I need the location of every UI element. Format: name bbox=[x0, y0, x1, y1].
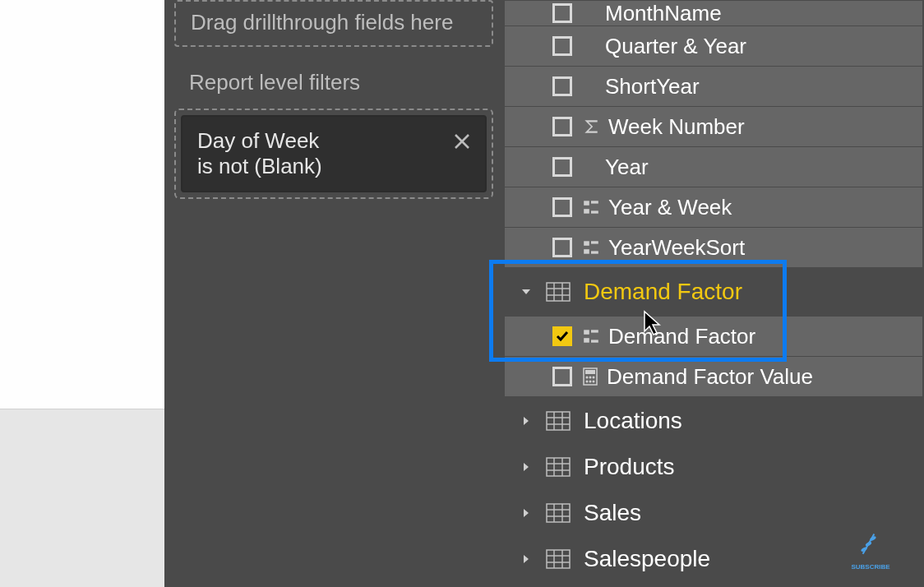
svg-point-23 bbox=[593, 377, 595, 379]
checkbox-icon[interactable] bbox=[552, 326, 572, 346]
checkbox-icon[interactable] bbox=[552, 36, 572, 56]
checkbox-icon[interactable] bbox=[552, 117, 572, 136]
svg-rect-27 bbox=[547, 412, 570, 430]
expand-icon[interactable] bbox=[520, 554, 533, 564]
field-row-shortyear[interactable]: ShortYear bbox=[505, 67, 922, 106]
checkbox-icon[interactable] bbox=[552, 157, 572, 177]
svg-rect-8 bbox=[584, 249, 589, 254]
report-canvas[interactable] bbox=[0, 0, 164, 409]
table-demand-factor[interactable]: Demand Factor bbox=[505, 270, 922, 313]
table-label: Demand Factor bbox=[584, 279, 742, 305]
svg-rect-15 bbox=[584, 330, 589, 335]
field-row-year-week[interactable]: Year & Week bbox=[505, 187, 922, 227]
filters-pane: Drag drillthrough fields here Report lev… bbox=[164, 0, 503, 587]
field-row-week-number[interactable]: Week Number bbox=[505, 107, 922, 146]
filter-condition: is not (Blank) bbox=[197, 154, 470, 179]
field-row-monthname[interactable]: MonthName bbox=[505, 1, 922, 25]
table-salespeople[interactable]: Salespeople bbox=[505, 538, 922, 580]
canvas-scroll-area bbox=[0, 409, 164, 587]
checkbox-icon[interactable] bbox=[552, 3, 572, 23]
checkbox-icon[interactable] bbox=[552, 197, 572, 217]
table-locations[interactable]: Locations bbox=[505, 400, 922, 442]
field-label: Demand Factor Value bbox=[607, 364, 813, 390]
svg-rect-4 bbox=[584, 209, 589, 214]
field-label: Demand Factor bbox=[608, 324, 755, 349]
svg-rect-20 bbox=[585, 370, 595, 374]
svg-rect-7 bbox=[591, 241, 598, 243]
table-label: Products bbox=[584, 454, 675, 480]
table-label: Salespeople bbox=[584, 546, 710, 572]
svg-point-24 bbox=[586, 381, 589, 383]
field-label: MonthName bbox=[605, 1, 722, 26]
checkbox-icon[interactable] bbox=[552, 367, 572, 386]
svg-rect-9 bbox=[591, 251, 598, 253]
field-row-year[interactable]: Year bbox=[505, 147, 922, 187]
drillthrough-dropzone[interactable]: Drag drillthrough fields here bbox=[174, 0, 493, 47]
table-label: Sales bbox=[584, 500, 641, 526]
field-label: ShortYear bbox=[605, 74, 700, 99]
table-icon bbox=[546, 411, 571, 431]
table-products[interactable]: Products bbox=[505, 446, 922, 488]
svg-point-25 bbox=[589, 381, 592, 383]
checkbox-icon[interactable] bbox=[552, 76, 572, 96]
checkbox-icon[interactable] bbox=[552, 238, 572, 257]
svg-rect-37 bbox=[547, 504, 570, 522]
svg-rect-5 bbox=[591, 210, 598, 213]
filter-dropzone[interactable]: Day of Week is not (Blank) bbox=[174, 109, 493, 199]
svg-point-26 bbox=[593, 381, 595, 383]
expand-icon[interactable] bbox=[520, 462, 533, 472]
table-sales[interactable]: Sales bbox=[505, 492, 922, 534]
calculator-icon bbox=[582, 367, 598, 386]
report-level-filters-label: Report level filters bbox=[189, 70, 493, 95]
field-row-yearweeksort[interactable]: YearWeekSort bbox=[505, 228, 922, 267]
field-label: Year & Week bbox=[608, 195, 732, 220]
expand-icon[interactable] bbox=[520, 416, 533, 426]
field-row-quarter-year[interactable]: Quarter & Year bbox=[505, 26, 922, 66]
svg-rect-10 bbox=[547, 283, 570, 301]
table-icon bbox=[546, 282, 571, 302]
svg-rect-2 bbox=[584, 201, 589, 206]
filter-card-day-of-week[interactable]: Day of Week is not (Blank) bbox=[181, 115, 487, 192]
svg-rect-32 bbox=[547, 458, 570, 476]
filter-field-name: Day of Week bbox=[197, 128, 470, 154]
fields-pane: MonthName Quarter & Year ShortYear Week … bbox=[503, 0, 924, 587]
hierarchy-icon bbox=[582, 327, 600, 345]
svg-rect-6 bbox=[584, 241, 589, 246]
field-label: Quarter & Year bbox=[605, 34, 746, 59]
table-icon bbox=[546, 549, 571, 569]
table-label: Locations bbox=[584, 408, 682, 434]
svg-rect-17 bbox=[584, 338, 589, 343]
close-icon[interactable] bbox=[454, 130, 470, 155]
expand-icon[interactable] bbox=[520, 508, 533, 518]
svg-rect-42 bbox=[547, 550, 570, 568]
svg-rect-18 bbox=[591, 340, 598, 342]
svg-rect-16 bbox=[591, 330, 598, 332]
table-icon bbox=[546, 457, 571, 477]
svg-rect-3 bbox=[591, 201, 598, 203]
drillthrough-placeholder: Drag drillthrough fields here bbox=[191, 10, 453, 35]
field-label: Week Number bbox=[608, 114, 745, 140]
table-icon bbox=[546, 503, 571, 523]
sigma-icon bbox=[582, 118, 600, 136]
collapse-icon[interactable] bbox=[520, 287, 533, 297]
hierarchy-icon bbox=[582, 198, 600, 216]
field-label: Year bbox=[605, 155, 649, 180]
svg-point-22 bbox=[589, 377, 592, 379]
svg-point-21 bbox=[586, 377, 589, 379]
field-label: YearWeekSort bbox=[608, 235, 745, 261]
hierarchy-icon bbox=[582, 238, 600, 257]
field-row-demand-factor-value[interactable]: Demand Factor Value bbox=[505, 357, 922, 396]
field-row-demand-factor[interactable]: Demand Factor bbox=[505, 317, 922, 356]
